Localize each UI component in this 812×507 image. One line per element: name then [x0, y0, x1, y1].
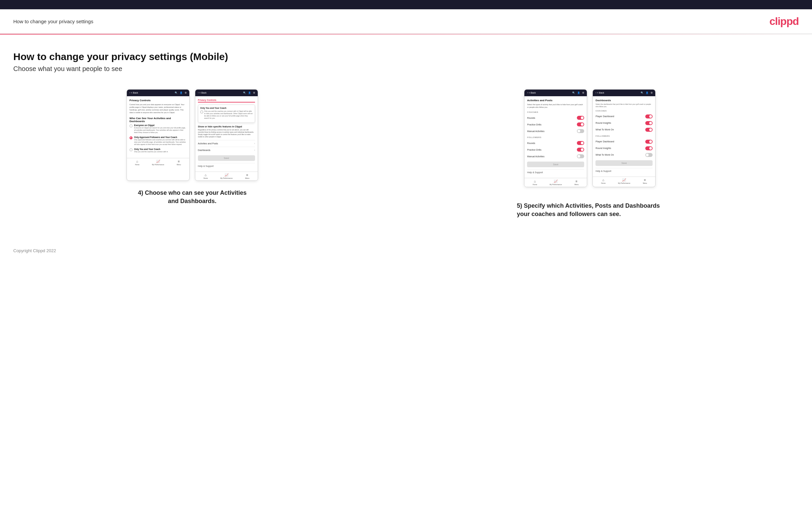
option-everyone-desc: Everyone on Clippd can search for you an…	[134, 127, 187, 134]
screenshots-row: ‹ < Back 🔍 👤 ⚙ Privacy Controls Control …	[13, 89, 799, 219]
option-approved-desc: Only approved followers and coaches you …	[134, 139, 187, 146]
step4-group: ‹ < Back 🔍 👤 ⚙ Privacy Controls Control …	[13, 89, 371, 206]
save-btn-2[interactable]: Save	[198, 155, 255, 161]
search-icon-1: 🔍	[175, 92, 178, 94]
option-everyone-label: Everyone on Clippd	[134, 124, 187, 126]
screen4: ‹ < Back 🔍 👤 ⚙ Dashboards Select the das…	[593, 89, 656, 187]
toggle-manual-coach[interactable]: Manual Activities	[527, 128, 584, 134]
toggle-manual-follower[interactable]: Manual Activities	[527, 153, 584, 160]
perf-icon-3: 📈	[554, 179, 558, 183]
home-icon-3: ⌂	[534, 179, 536, 183]
screen3-tabbar: ⌂ Home 📈 My Performance ≡ Menu	[524, 178, 587, 187]
menu-icon-1: ≡	[178, 160, 180, 163]
toggle-roundinsights-coach-switch[interactable]	[645, 121, 653, 125]
page-title: How to change your privacy settings (Mob…	[13, 51, 799, 62]
toggle-workOn-follower[interactable]: What To Work On	[596, 152, 653, 158]
popup-title: Only You and Your Coach	[200, 107, 253, 109]
toggle-workOn-coach-switch[interactable]	[645, 128, 653, 132]
menu-icon-2: ≡	[246, 173, 248, 177]
main-content: How to change your privacy settings (Mob…	[0, 35, 812, 232]
radio-approved	[130, 136, 133, 139]
toggle-manual-follower-switch[interactable]	[577, 154, 584, 158]
screen4-title: Dashboards	[596, 99, 653, 102]
person-icon-1: 👤	[180, 92, 183, 94]
chevron-activities: ›	[254, 142, 255, 145]
toggle-playerdash-coach-switch[interactable]	[645, 114, 653, 118]
tab-menu-3[interactable]: ≡ Menu	[566, 179, 587, 185]
toggle-rounds-follower[interactable]: Rounds	[527, 140, 584, 146]
option-approved[interactable]: Only Approved Followers and Your Coach O…	[130, 136, 187, 146]
tab-menu-label-2: Menu	[245, 177, 249, 179]
dashboards-label: Dashboards	[198, 149, 211, 151]
back-button-3[interactable]: ‹ < Back	[527, 92, 536, 94]
screen3-header: ‹ < Back 🔍 👤 ⚙	[524, 90, 587, 96]
rounds-label-follower: Rounds	[527, 142, 535, 144]
tab-home-3[interactable]: ⌂ Home	[524, 179, 545, 185]
show-hide-section: Show or hide specific features in Clippd…	[198, 125, 255, 153]
show-hide-desc: Regardless of the privacy controls that …	[198, 129, 255, 138]
toggle-roundinsights-coach[interactable]: Round Insights	[596, 120, 653, 126]
toggle-workOn-coach[interactable]: What To Work On	[596, 126, 653, 133]
coaches-label-3: COACHES	[527, 111, 584, 113]
toggle-drills-coach-switch[interactable]	[577, 122, 584, 126]
back-button-2[interactable]: ‹ < Back	[198, 92, 207, 94]
manual-label-follower: Manual Activities	[527, 155, 544, 158]
tab-perf-label-2: My Performance	[220, 177, 233, 179]
settings-icon-4: ⚙	[651, 92, 653, 94]
toggle-manual-coach-switch[interactable]	[577, 129, 584, 133]
perf-icon-1: 📈	[156, 160, 160, 163]
activities-label: Activities and Posts	[198, 143, 218, 145]
toggle-drills-follower[interactable]: Practice Drills	[527, 146, 584, 153]
screen1-section: Who Can See Your Activities and Dashboar…	[130, 117, 187, 123]
tab-menu-label-4: Menu	[643, 182, 647, 184]
menu-dashboards[interactable]: Dashboards ›	[198, 147, 255, 153]
save-btn-4[interactable]: Save	[596, 160, 653, 166]
chevron-dashboards: ›	[254, 149, 255, 152]
tab-menu-4[interactable]: ≡ Menu	[635, 178, 656, 184]
toggle-drills-follower-switch[interactable]	[577, 148, 584, 152]
toggle-drills-coach[interactable]: Practice Drills	[527, 121, 584, 128]
popup-card: Only You and Your Coach Only you and the…	[198, 105, 255, 123]
screen2-header: ‹ < Back 🔍 👤 ⚙	[195, 90, 258, 96]
tab-perf-4[interactable]: 📈 My Performance	[614, 178, 635, 184]
popup-option: Only you and the coaches you connect wit…	[200, 110, 253, 119]
option-approved-label: Only Approved Followers and Your Coach	[134, 136, 187, 138]
option-coach[interactable]: Only You and Your Coach Only you and the…	[130, 148, 187, 153]
menu-activities[interactable]: Activities and Posts ›	[198, 140, 255, 147]
toggle-playerdash-follower-switch[interactable]	[645, 140, 653, 144]
save-btn-3[interactable]: Save	[527, 162, 584, 167]
playerdash-label-coach: Player Dashboard	[596, 115, 614, 117]
toggle-playerdash-follower[interactable]: Player Dashboard	[596, 138, 653, 145]
privacy-tab[interactable]: Privacy Controls	[198, 99, 255, 103]
toggle-rounds-coach-switch[interactable]	[577, 116, 584, 120]
drills-label-coach: Practice Drills	[527, 123, 541, 126]
caption-step5: 5) Specify which Activities, Posts and D…	[510, 202, 669, 218]
toggle-workOn-follower-switch[interactable]	[645, 153, 653, 157]
tab-home-4[interactable]: ⌂ Home	[593, 178, 614, 184]
tab-menu-2[interactable]: ≡ Menu	[237, 173, 258, 179]
toggle-roundinsights-follower[interactable]: Round Insights	[596, 145, 653, 152]
copyright: Copyright Clippd 2022	[13, 248, 56, 253]
tab-perf-3[interactable]: 📈 My Performance	[545, 179, 566, 185]
screen3-body: Activities and Posts Select the types of…	[524, 96, 587, 178]
tab-perf-2[interactable]: 📈 My Performance	[216, 173, 237, 179]
tab-home-1[interactable]: ⌂ Home	[127, 160, 148, 166]
tab-home-2[interactable]: ⌂ Home	[195, 173, 216, 179]
toggle-rounds-follower-switch[interactable]	[577, 141, 584, 145]
top-bar	[0, 0, 812, 9]
option-everyone[interactable]: Everyone on Clippd Everyone on Clippd ca…	[130, 124, 187, 134]
tab-menu-1[interactable]: ≡ Menu	[168, 160, 189, 166]
toggle-playerdash-coach[interactable]: Player Dashboard	[596, 113, 653, 120]
toggle-rounds-coach[interactable]: Rounds	[527, 114, 584, 121]
screen2: ‹ < Back 🔍 👤 ⚙ Privacy Controls	[195, 89, 258, 181]
screen4-header: ‹ < Back 🔍 👤 ⚙	[593, 90, 655, 96]
back-button-1[interactable]: ‹ < Back	[130, 92, 138, 94]
tab-perf-1[interactable]: 📈 My Performance	[148, 160, 169, 166]
screen2-tabbar: ⌂ Home 📈 My Performance ≡ Menu	[195, 172, 258, 180]
back-button-4[interactable]: ‹ < Back	[596, 92, 604, 94]
back-label-1: < Back	[131, 92, 138, 94]
toggle-roundinsights-follower-switch[interactable]	[645, 146, 653, 150]
screen3-desc: Select the types of activity that you'd …	[527, 103, 584, 109]
menu-icon-4: ≡	[644, 178, 646, 182]
screen2-body: Privacy Controls Only You and Your Coach…	[195, 96, 258, 172]
